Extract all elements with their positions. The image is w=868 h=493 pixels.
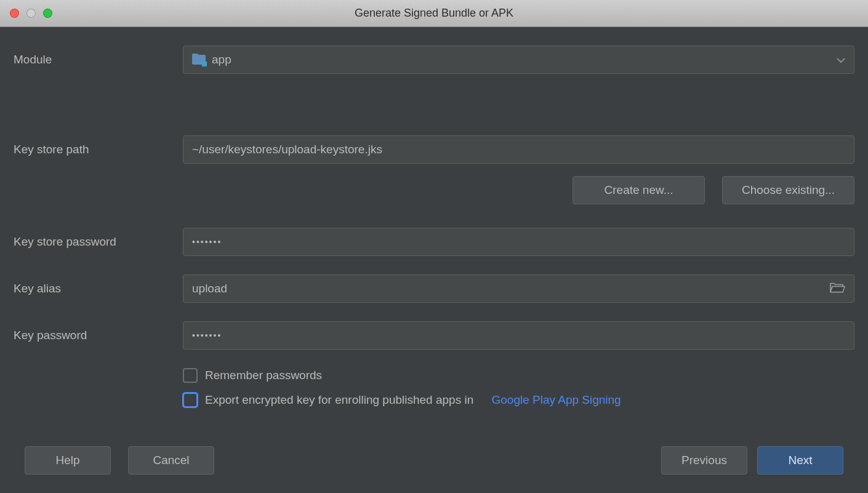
cancel-button[interactable]: Cancel bbox=[128, 446, 214, 475]
module-value: app bbox=[212, 53, 231, 66]
module-row: Module app bbox=[14, 46, 854, 74]
export-key-checkbox[interactable] bbox=[183, 393, 198, 407]
zoom-window-button[interactable] bbox=[43, 9, 52, 18]
key-password-label: Key password bbox=[14, 329, 183, 342]
key-alias-value: upload bbox=[192, 282, 227, 295]
keystore-path-label: Key store path bbox=[14, 143, 183, 156]
keystore-password-input[interactable]: ••••••• bbox=[183, 228, 854, 256]
open-folder-icon[interactable] bbox=[829, 281, 845, 297]
keystore-path-row: Key store path bbox=[14, 135, 854, 164]
keystore-password-row: Key store password ••••••• bbox=[14, 228, 854, 256]
module-folder-icon bbox=[192, 54, 206, 66]
create-new-button[interactable]: Create new... bbox=[573, 176, 705, 204]
window-controls bbox=[10, 9, 52, 18]
checkboxes-row: Remember passwords Export encrypted key … bbox=[14, 368, 854, 417]
remember-passwords-line: Remember passwords bbox=[183, 368, 854, 383]
chevron-down-icon bbox=[837, 53, 845, 66]
key-alias-input[interactable]: upload bbox=[183, 275, 854, 303]
close-window-button[interactable] bbox=[10, 9, 19, 18]
title-bar: Generate Signed Bundle or APK bbox=[0, 0, 868, 27]
keystore-password-label: Key store password bbox=[14, 235, 183, 249]
key-alias-label: Key alias bbox=[14, 282, 183, 295]
dialog-footer: Help Cancel Previous Next bbox=[0, 446, 868, 493]
keystore-buttons-row: Create new... Choose existing... bbox=[14, 176, 854, 204]
module-dropdown[interactable]: app bbox=[183, 46, 854, 74]
next-button[interactable]: Next bbox=[757, 446, 843, 475]
remember-passwords-label: Remember passwords bbox=[205, 369, 322, 382]
help-button[interactable]: Help bbox=[25, 446, 111, 475]
key-alias-row: Key alias upload bbox=[14, 275, 854, 303]
export-key-line: Export encrypted key for enrolling publi… bbox=[183, 393, 854, 407]
google-play-app-signing-link[interactable]: Google Play App Signing bbox=[491, 393, 621, 407]
key-password-mask: ••••••• bbox=[192, 331, 222, 340]
keystore-path-input[interactable] bbox=[183, 135, 854, 164]
export-key-label: Export encrypted key for enrolling publi… bbox=[205, 393, 473, 407]
module-label: Module bbox=[14, 53, 183, 66]
keystore-password-mask: ••••••• bbox=[192, 237, 222, 247]
minimize-window-button[interactable] bbox=[26, 9, 36, 18]
key-password-row: Key password ••••••• bbox=[14, 321, 854, 350]
choose-existing-button[interactable]: Choose existing... bbox=[722, 176, 854, 204]
previous-button[interactable]: Previous bbox=[661, 446, 747, 475]
window-title: Generate Signed Bundle or APK bbox=[0, 7, 868, 20]
key-password-input[interactable]: ••••••• bbox=[183, 321, 854, 350]
remember-passwords-checkbox[interactable] bbox=[183, 368, 198, 383]
